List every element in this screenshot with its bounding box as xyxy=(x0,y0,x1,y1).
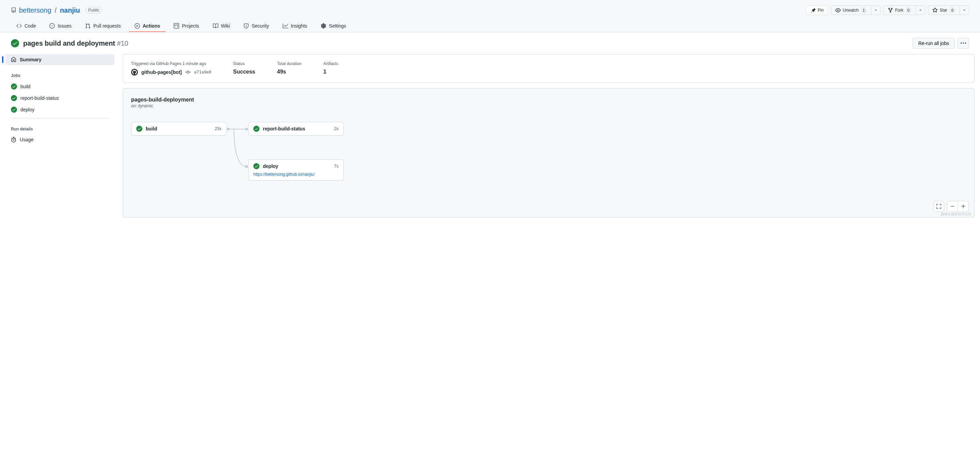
job-name: report-build-status xyxy=(263,126,331,131)
job-label: deploy xyxy=(21,107,34,112)
artifacts-value[interactable]: 1 xyxy=(323,69,338,75)
tab-label: Wiki xyxy=(221,23,230,29)
repo-owner-link[interactable]: bettersong xyxy=(19,6,51,14)
caret-down-icon xyxy=(919,8,922,12)
job-node-build[interactable]: build 23s xyxy=(131,122,226,135)
kebab-icon xyxy=(961,40,966,46)
slash-separator: / xyxy=(55,6,57,14)
job-time: 7s xyxy=(334,164,339,169)
eye-icon xyxy=(835,8,841,13)
workflow-header: pages build and deployment #10 Re-run al… xyxy=(0,32,980,54)
sidebar-job-deploy[interactable]: deploy xyxy=(5,104,115,115)
tab-actions[interactable]: Actions xyxy=(129,21,165,32)
tab-label: Projects xyxy=(182,23,199,29)
connector xyxy=(229,128,248,169)
tab-settings[interactable]: Settings xyxy=(315,21,352,32)
tab-security[interactable]: Security xyxy=(238,21,274,32)
main-layout: Summary Jobs build report-build-status d… xyxy=(0,54,980,226)
watch-count: 1 xyxy=(861,7,867,14)
sidebar: Summary Jobs build report-build-status d… xyxy=(5,54,115,218)
unwatch-label: Unwatch xyxy=(843,7,859,14)
status-value: Success xyxy=(233,69,255,75)
commit-hash[interactable]: a71a9e0 xyxy=(194,70,212,75)
artifacts-col: Artifacts 1 xyxy=(323,61,338,76)
fullscreen-icon xyxy=(936,204,942,209)
repo-title: bettersong / nanjiu Public xyxy=(11,6,102,14)
success-icon xyxy=(253,163,259,169)
pin-button[interactable]: Pin xyxy=(806,5,828,15)
fork-dropdown[interactable] xyxy=(916,5,925,15)
fork-button[interactable]: Fork 0 xyxy=(883,5,916,15)
gear-icon xyxy=(321,23,326,29)
workflow-title-group: pages build and deployment #10 xyxy=(11,39,128,47)
code-icon xyxy=(16,23,22,29)
tab-pulls[interactable]: Pull requests xyxy=(80,21,126,32)
star-button[interactable]: Star 0 xyxy=(928,5,960,15)
job-time: 23s xyxy=(215,126,221,131)
repo-actions: Pin Unwatch 1 Fork 0 xyxy=(806,5,969,15)
job-label: report-build-status xyxy=(21,96,59,101)
tab-insights[interactable]: Insights xyxy=(277,21,313,32)
zoom-in-button[interactable] xyxy=(958,201,969,212)
zoom-controls xyxy=(933,201,969,212)
trigger-actor-row: github-pages[bot] a71a9e0 xyxy=(131,69,212,76)
fork-icon xyxy=(888,8,893,13)
star-count: 0 xyxy=(949,7,956,14)
tab-projects[interactable]: Projects xyxy=(168,21,205,32)
graph-icon xyxy=(283,23,288,29)
sidebar-job-report[interactable]: report-build-status xyxy=(5,92,115,104)
star-icon xyxy=(932,8,938,13)
success-icon xyxy=(11,107,17,113)
zoom-out-button[interactable] xyxy=(947,201,958,212)
tab-issues[interactable]: Issues xyxy=(44,21,76,32)
pin-label: Pin xyxy=(818,7,824,14)
job-name: deploy xyxy=(263,164,331,169)
star-button-group: Star 0 xyxy=(928,5,969,15)
tab-code[interactable]: Code xyxy=(11,21,41,32)
workflow-menu-button[interactable] xyxy=(958,38,969,49)
workflow-title: pages build and deployment #10 xyxy=(23,40,128,47)
star-dropdown[interactable] xyxy=(960,5,969,15)
projects-icon xyxy=(173,23,179,29)
job-node-deploy[interactable]: deploy 7s https://bettersong.github.io/n… xyxy=(248,159,344,180)
tab-label: Security xyxy=(251,23,269,29)
workflow-actions: Re-run all jobs xyxy=(913,38,969,49)
sidebar-job-build[interactable]: build xyxy=(5,81,115,92)
plus-icon xyxy=(961,204,966,209)
zoom-pair xyxy=(947,201,969,212)
sidebar-summary[interactable]: Summary xyxy=(5,54,115,65)
duration-col: Total duration 49s xyxy=(277,61,302,76)
workflow-run-number: #10 xyxy=(117,40,128,47)
workflow-name: pages build and deployment xyxy=(23,40,115,47)
sidebar-run-details-heading: Run details xyxy=(5,124,115,134)
repo-name-link[interactable]: nanjiu xyxy=(60,6,80,14)
stopwatch-icon xyxy=(11,137,16,142)
tab-label: Issues xyxy=(57,23,71,29)
tab-wiki[interactable]: Wiki xyxy=(207,21,235,32)
content: Triggered via GitHub Pages 1 minute ago … xyxy=(123,54,975,218)
watch-dropdown[interactable] xyxy=(871,5,881,15)
watermark: @稀土掘金技术社区 xyxy=(941,212,972,217)
watch-button-group: Unwatch 1 xyxy=(831,5,881,15)
rerun-all-button[interactable]: Re-run all jobs xyxy=(913,38,955,49)
deploy-url[interactable]: https://bettersong.github.io/nanjiu/ xyxy=(253,172,339,177)
duration-value: 49s xyxy=(277,69,302,75)
trigger-text: Triggered via GitHub Pages 1 minute ago xyxy=(131,61,212,66)
job-node-report[interactable]: report-build-status 2s xyxy=(248,122,344,135)
fork-label: Fork xyxy=(895,7,904,14)
job-time: 2s xyxy=(334,126,339,131)
wiki-icon xyxy=(213,23,218,29)
repo-title-row: bettersong / nanjiu Public Pin Unwatch 1 xyxy=(11,5,969,15)
graph-subtitle: on: dynamic xyxy=(131,104,966,108)
run-summary: Triggered via GitHub Pages 1 minute ago … xyxy=(123,54,975,83)
connector-dot xyxy=(245,128,248,131)
workflow-graph: pages-build-deployment on: dynamic build… xyxy=(123,88,975,218)
fullscreen-button[interactable] xyxy=(933,201,944,212)
graph-canvas[interactable]: build 23s report-build-status 2s xyxy=(131,122,966,204)
minus-icon xyxy=(950,204,955,209)
unwatch-button[interactable]: Unwatch 1 xyxy=(831,5,871,15)
pr-icon xyxy=(85,23,91,29)
sidebar-usage[interactable]: Usage xyxy=(5,134,115,145)
connector-dot xyxy=(245,165,248,168)
actor-name[interactable]: github-pages[bot] xyxy=(141,70,182,75)
